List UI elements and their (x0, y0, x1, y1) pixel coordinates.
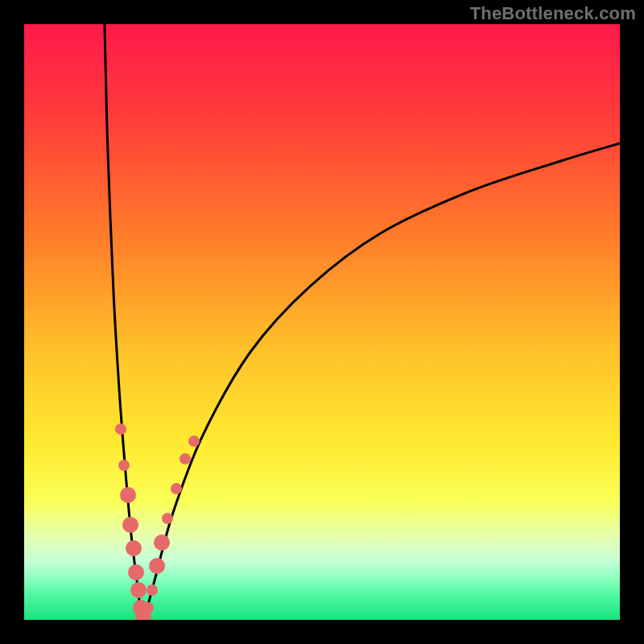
bottleneck-curve (24, 24, 620, 620)
watermark-text: TheBottleneck.com (470, 3, 636, 24)
left-bead (120, 487, 136, 503)
right-bead (188, 436, 200, 447)
chart-frame: TheBottleneck.com (0, 0, 644, 644)
right-bead (142, 602, 154, 613)
left-bead (128, 564, 144, 580)
left-bead (122, 517, 138, 533)
left-bead (118, 460, 130, 471)
left-bead (130, 582, 147, 598)
right-bead (154, 535, 170, 551)
right-bead (147, 584, 158, 596)
right-bead (162, 513, 173, 524)
left-bead (115, 423, 126, 435)
right-bead (171, 483, 182, 494)
right-bead (180, 453, 191, 464)
plot-area (24, 24, 620, 620)
